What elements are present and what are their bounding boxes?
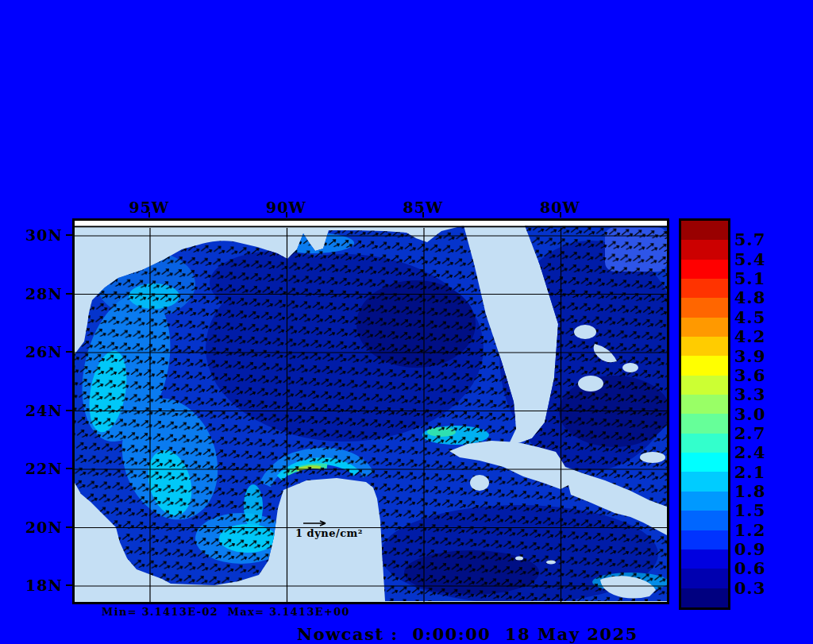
colorbar-tick-label: 5.1: [734, 270, 766, 287]
florida-keys: [506, 448, 520, 452]
colorbar-tick-label: 2.7: [734, 425, 766, 442]
colorbar-tick-label: 1.5: [734, 502, 766, 519]
colorbar-tick-label: 5.7: [734, 231, 766, 249]
domain-boundary-line: [75, 226, 667, 228]
colorbar-tick-label: 2.4: [734, 444, 766, 461]
colorbar-tick-label: 3.3: [734, 386, 766, 403]
colorbar-segment: [681, 356, 728, 375]
lon-label-90w: 90W: [259, 199, 314, 216]
colorbar-segment: [681, 492, 728, 511]
isla-juventud: [470, 475, 489, 491]
colorbar-segment: [681, 588, 728, 607]
lon-label-85w: 85W: [395, 199, 451, 216]
lat-tick: [66, 410, 72, 411]
colorbar-segment: [681, 279, 728, 298]
lat-tick: [66, 584, 72, 586]
lat-label-28n: 28N: [25, 285, 62, 303]
colorbar-segment: [681, 298, 728, 317]
lat-tick: [66, 293, 72, 295]
colorbar-segment: [681, 472, 728, 491]
colorbar-segment: [681, 434, 728, 453]
domain-gap-strip: [75, 221, 667, 226]
bahamas-bank: [622, 363, 638, 372]
colorbar-segment: [681, 530, 728, 550]
gulf-of-mexico-vector-map: [75, 221, 667, 602]
reference-vector-label: 1 dyne/cm²: [295, 527, 363, 539]
plot-canvas: { "colors": { "background": "#0000FF", "…: [0, 0, 813, 644]
cayman-island: [546, 561, 556, 565]
colorbar-tick-label: 1.8: [734, 483, 766, 500]
colorbar-tick-label: 0.3: [734, 580, 766, 597]
lat-label-18n: 18N: [25, 577, 62, 594]
colorbar-segment: [681, 260, 728, 279]
colorbar-segment: [681, 550, 728, 569]
lat-label-24n: 24N: [25, 402, 62, 419]
colorbar-tick-label: 4.8: [734, 289, 766, 307]
bahamas-bank: [574, 325, 596, 339]
colorbar-segment: [681, 337, 728, 356]
nowcast-timestamp: Nowcast : 0:00:00 18 May 2025: [297, 624, 638, 644]
lat-label-26n: 26N: [25, 343, 62, 361]
colorbar-segment: [681, 511, 728, 530]
lat-tick: [66, 468, 72, 469]
lat-tick: [66, 234, 72, 236]
lat-tick: [66, 351, 72, 353]
colorbar-tick-label: 4.2: [734, 328, 766, 345]
colorbar-segment: [681, 395, 728, 414]
bahamas-bank: [640, 452, 665, 463]
bahamas-bank: [578, 376, 603, 391]
lat-label-30n: 30N: [25, 226, 62, 244]
colorbar-segment: [681, 453, 728, 472]
colorbar-tick-label: 3.6: [734, 367, 766, 384]
small-cay: [635, 592, 645, 596]
lon-label-80w: 80W: [533, 199, 588, 216]
colorbar-tick-label: 4.5: [734, 309, 766, 326]
lon-label-95w: 95W: [121, 199, 177, 216]
colorbar-tick-label: 3.0: [734, 406, 766, 423]
colorbar-tick-label: 0.6: [734, 560, 766, 577]
lat-label-22n: 22N: [25, 460, 62, 477]
min-max-annotation: Min= 3.1413E-02 Max= 3.1413E+00: [102, 606, 350, 618]
colorbar-tick-label: 5.4: [734, 251, 766, 268]
colorbar-segment: [681, 569, 728, 588]
colorbar-labels: 5.75.45.14.84.54.23.93.63.33.02.72.42.11…: [734, 218, 790, 610]
colorbar-segment: [681, 221, 728, 240]
colorbar-tick-label: 0.9: [734, 541, 766, 558]
map-plot-area: [72, 218, 669, 604]
colorbar-tick-label: 3.9: [734, 348, 766, 365]
colorbar-tick-label: 2.1: [734, 464, 766, 481]
colorbar-tick-label: 1.2: [734, 522, 766, 539]
lat-tick: [66, 526, 72, 528]
colorbar-segment: [681, 318, 728, 337]
cayman-island: [515, 557, 523, 561]
colorbar-segment: [681, 414, 728, 433]
colorbar: [679, 218, 730, 610]
colorbar-segment: [681, 240, 728, 259]
lat-label-20n: 20N: [25, 519, 62, 536]
colorbar-segment: [681, 376, 728, 395]
